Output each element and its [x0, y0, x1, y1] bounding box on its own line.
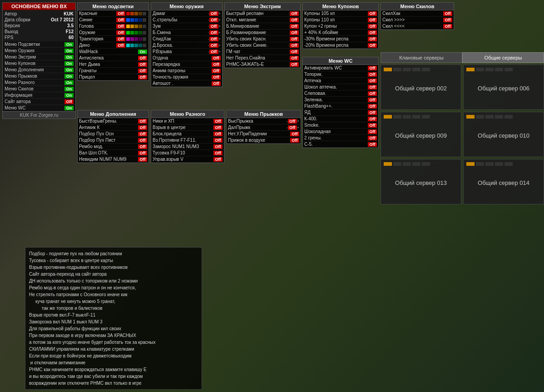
list-item[interactable]: -20% Времени респа Off — [303, 42, 378, 49]
list-item[interactable]: Убить своих Красн. Off — [225, 36, 300, 42]
list-item[interactable]: Дино Off — [78, 42, 148, 49]
color-swatch — [126, 37, 130, 41]
list-item[interactable]: Б.Минирование Off — [225, 23, 300, 30]
list-item[interactable]: Меню Прыжков On — [3, 73, 75, 79]
list-item[interactable]: Красные Off — [78, 10, 148, 17]
list-item[interactable]: Тусовка F9-F10 Off — [151, 150, 224, 156]
list-item[interactable]: Откл. мигание Off — [225, 17, 300, 23]
list-item[interactable]: Убить своих Синие. Off — [225, 42, 300, 49]
list-item[interactable]: ГМ чат Off — [225, 49, 300, 55]
list-item[interactable]: Скил >>>> Off — [381, 17, 454, 23]
list-item[interactable]: Скил <<<< Off — [381, 23, 454, 30]
color-swatch — [130, 18, 134, 22]
list-item[interactable]: WallHack On — [78, 49, 148, 55]
tab-obshchie[interactable]: Общие серверы — [462, 52, 544, 63]
list-item[interactable]: СпидХак - Off + — [151, 36, 222, 42]
list-item[interactable]: Б.Разминирование Off — [225, 30, 300, 36]
list-item[interactable]: Синие Off — [78, 17, 148, 23]
list-item[interactable]: Траектория Off — [78, 36, 148, 42]
list-item[interactable]: Меню Купонов On — [3, 60, 75, 67]
list-item[interactable]: -30% Времени респа Off — [303, 36, 378, 42]
color-swatch — [143, 18, 146, 22]
list-item[interactable]: Управ.взрыв V Off — [151, 156, 224, 163]
list-item[interactable]: Гранаты Off — [78, 68, 148, 74]
list-item[interactable]: Купоны 110 хп Off — [303, 17, 378, 23]
list-item[interactable]: Аптечка Off — [303, 78, 378, 84]
list-item[interactable]: Оружие Off — [78, 30, 148, 36]
list-item[interactable]: Автошот . Off — [151, 80, 222, 87]
list-item[interactable]: Зум - Off + — [151, 23, 222, 30]
list-item[interactable]: Меню Оружия On — [3, 48, 75, 54]
list-item[interactable]: ЯД Off — [303, 109, 378, 116]
version-label: Версия — [5, 23, 20, 28]
list-item[interactable]: Голова Off — [78, 23, 148, 30]
list-item[interactable]: ВысПрыжка - Off + — [227, 118, 301, 124]
list-item[interactable]: Сайт автора Off — [3, 99, 75, 105]
list-item[interactable]: БыстВзрывГрены. Off — [78, 118, 148, 124]
list-item[interactable]: Антикик К Off — [78, 124, 148, 131]
list-item[interactable]: Купон +2 грены Off — [303, 23, 378, 30]
server-card-006[interactable]: Общий сервер 006 — [463, 65, 544, 110]
info-line: При первом заходе в игру включеам ЗА КРА… — [29, 332, 198, 339]
list-item[interactable]: Б.Смена - Off + — [151, 30, 222, 36]
list-item[interactable]: Прижок в воздухе Off — [227, 137, 301, 144]
list-item[interactable]: Меню Экстрим On — [3, 54, 75, 60]
list-item[interactable]: Антиcлепка Off — [78, 55, 148, 61]
list-item[interactable]: Дамаг - Off + — [151, 10, 222, 17]
list-item[interactable]: Активировать WC Off — [303, 65, 378, 71]
list-item[interactable]: Вал Шот.ОТК. Off — [78, 150, 148, 156]
list-item[interactable]: Меню WC On — [3, 105, 75, 111]
list-item[interactable]: Д.Броска. - Off + — [151, 42, 222, 49]
list-item[interactable]: Подбор Пух Осн Off — [78, 131, 148, 137]
list-item[interactable]: Рембо мод. Off — [78, 144, 148, 150]
list-item[interactable]: Отдача Off — [151, 55, 222, 61]
list-item[interactable]: Подбор Пух Пист Off — [78, 137, 148, 144]
list-item[interactable]: Вз.Противни F7-F11. Off — [151, 137, 224, 144]
list-item[interactable]: FlashBang++. Off — [303, 103, 378, 109]
list-item[interactable]: Р.Взрыва - Off + — [151, 49, 222, 55]
list-item[interactable]: Перезарядка Off — [151, 61, 222, 68]
list-item[interactable]: Нет.У.ПриПадении Off — [227, 131, 301, 137]
list-item[interactable]: Прицел Off — [78, 74, 148, 80]
servers-section: Клановые серверы Общие серверы Общий сер… — [381, 52, 544, 204]
list-item[interactable]: Нет Дыма Off — [78, 61, 148, 68]
list-item[interactable]: Информация On — [3, 92, 75, 99]
list-item[interactable]: Блок.прицела Off — [151, 131, 224, 137]
server-card-009[interactable]: Общий сервер 009 — [381, 112, 461, 157]
server-card-013[interactable]: Общий сервер 013 — [381, 159, 461, 204]
list-item[interactable]: Шоколадная Off — [303, 129, 378, 135]
list-item[interactable]: С.стрельбы - Off + — [151, 17, 222, 23]
list-item[interactable]: Меню Подсветки On — [3, 41, 75, 48]
list-item[interactable]: К-400. Off — [303, 116, 378, 122]
server-card-014[interactable]: Общий сервер 014 — [463, 159, 544, 204]
list-item[interactable]: Взрыв в центре Off — [151, 124, 224, 131]
list-item[interactable]: Аниим патроны Off — [151, 68, 222, 74]
list-item[interactable]: Невидим NUM7 NUM9 Off — [78, 156, 148, 163]
list-item[interactable]: Зеленка. Off — [303, 97, 378, 103]
list-item[interactable]: Шокол аптечка. Off — [303, 84, 378, 90]
tab-klanovye[interactable]: Клановые серверы — [381, 52, 462, 63]
list-item[interactable]: Меню Дополнения On — [3, 67, 75, 73]
list-item[interactable]: ДалПрыжк - Off + — [227, 124, 301, 131]
list-item[interactable]: Топорик. Off — [303, 71, 378, 78]
list-item[interactable]: С-5. Off — [303, 141, 378, 148]
server-card-002[interactable]: Общий сервер 002 — [381, 65, 461, 110]
plus-button[interactable]: + — [218, 11, 221, 16]
list-item[interactable]: РНМС-ЗАЖАТЬ-Е Off — [225, 61, 300, 68]
list-item[interactable]: Меню Разного On — [3, 79, 75, 86]
server-card-010[interactable]: Общий сервер 010 — [463, 112, 544, 157]
list-item[interactable]: Меню Скилов On — [3, 86, 75, 92]
list-item[interactable]: Слеповая. Off — [303, 90, 378, 97]
list-item[interactable]: СкилХак Off — [381, 10, 454, 17]
list-item[interactable]: Купоны 105 хп Off — [303, 10, 378, 17]
list-item[interactable]: Заморос NUM1 NUM3 Off — [151, 144, 224, 150]
list-item[interactable]: Smoke. Off — [303, 122, 378, 129]
info-line: РНМС как начинаете возрождаться зажмите … — [29, 366, 198, 373]
list-item[interactable]: 2 грены. Off — [303, 135, 378, 141]
list-item[interactable]: Точность оружия Off — [151, 74, 222, 80]
list-item[interactable]: + 40% К обойме Off — [303, 30, 378, 36]
list-item[interactable]: Ники и ХП Off — [151, 118, 224, 124]
list-item[interactable]: Быстрый респавн Off — [225, 10, 300, 17]
list-item[interactable]: Нет Перез.Снайпа Off — [225, 55, 300, 61]
server-indicator — [412, 162, 420, 166]
